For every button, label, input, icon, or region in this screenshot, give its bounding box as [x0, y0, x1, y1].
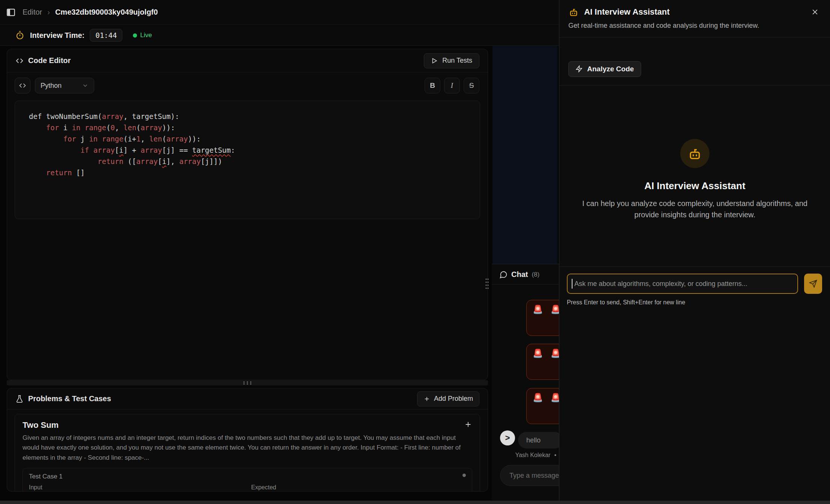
video-area	[493, 46, 557, 264]
lightning-icon	[575, 65, 583, 72]
bot-avatar-circle	[680, 139, 709, 168]
sender-dot: •	[554, 452, 556, 458]
chevron-down-icon	[82, 82, 89, 89]
ai-input-wrap	[567, 274, 798, 294]
breadcrumb-editor[interactable]: Editor	[23, 8, 42, 17]
chat-message-bubble: hello	[518, 432, 563, 448]
problem-description: Given an array of integers nums and an i…	[23, 433, 472, 463]
close-icon[interactable]	[809, 6, 821, 18]
window-bottom-edge	[0, 501, 830, 504]
code-mode-button[interactable]	[15, 78, 30, 93]
code-line: for i in range(0, len(array)):	[29, 122, 480, 133]
siren-emoji: 🚨	[533, 394, 543, 424]
chat-title: Chat	[511, 270, 528, 279]
avatar: >	[500, 430, 515, 445]
code-editor-header: Code Editor Run Tests	[7, 49, 488, 72]
ai-panel-header: AI Interview Assistant Get real-time ass…	[559, 0, 830, 38]
problems-panel: Problems & Test Cases Add Problem Two Su…	[7, 388, 488, 492]
horizontal-resize-handle[interactable]	[7, 380, 488, 385]
plus-icon	[423, 396, 430, 402]
analyze-code-label: Analyze Code	[587, 65, 634, 73]
panel-left-icon	[6, 8, 16, 17]
breadcrumb-separator: ›	[47, 8, 50, 17]
siren-emoji: 🚨	[533, 349, 543, 379]
siren-emoji: 🚨	[533, 305, 543, 335]
code-line: if array[i] + array[j] == targetSum:	[29, 144, 480, 156]
drag-dots-icon	[243, 381, 252, 385]
add-problem-button[interactable]: Add Problem	[417, 391, 479, 406]
input-label: Input	[29, 484, 244, 491]
bot-icon	[568, 7, 579, 17]
test-case-card: Test Case 1 Input Expected	[23, 468, 472, 492]
sender-name: Yash Kolekar	[515, 452, 550, 458]
code-line: def twoNumberSum(array, targetSum):	[29, 111, 480, 122]
problem-title: Two Sum	[23, 420, 59, 430]
top-bar: Editor › Cme32dbt90003ky049ujolgf0	[0, 0, 559, 25]
send-button[interactable]	[804, 274, 822, 294]
problems-title: Problems & Test Cases	[28, 394, 111, 403]
play-icon	[431, 57, 438, 64]
test-case-input-col: Input	[29, 484, 244, 492]
text-caret	[572, 279, 572, 289]
problems-title-wrap: Problems & Test Cases	[15, 394, 111, 403]
editor-toolbar: Python B I S	[7, 72, 488, 93]
ai-panel-subtitle: Get real-time assistance and code analys…	[568, 22, 821, 30]
ai-toolbar: Analyze Code	[559, 38, 830, 86]
language-select[interactable]: Python	[35, 78, 94, 93]
add-test-case-icon[interactable]	[464, 420, 472, 429]
ai-assistant-panel: AI Interview Assistant Get real-time ass…	[559, 0, 830, 504]
test-case-title: Test Case 1	[29, 473, 466, 480]
vertical-resize-handle[interactable]	[485, 278, 489, 290]
bold-button[interactable]: B	[425, 78, 440, 93]
problem-card: Two Sum Given an array of integers nums …	[15, 414, 480, 492]
test-case-grid: Input Expected	[29, 484, 466, 492]
test-case-expected-col: Expected	[251, 484, 466, 492]
ai-input-section: Press Enter to send, Shift+Enter for new…	[559, 266, 830, 267]
ai-empty-title: AI Interview Assistant	[644, 180, 745, 192]
ai-input-hint: Press Enter to send, Shift+Enter for new…	[567, 299, 685, 306]
format-button-group: B I S	[425, 78, 479, 93]
code-icon	[15, 57, 24, 65]
breadcrumb: Editor › Cme32dbt90003ky049ujolgf0	[23, 8, 158, 17]
italic-button[interactable]: I	[444, 78, 460, 93]
expected-label: Expected	[251, 484, 466, 491]
ai-empty-description: I can help you analyze code complexity, …	[575, 198, 815, 220]
code-editor-panel: Code Editor Run Tests Python	[7, 49, 488, 380]
strikethrough-button[interactable]: S	[464, 78, 479, 93]
code-editor-title-wrap: Code Editor	[15, 56, 71, 65]
code-line: return []	[29, 167, 480, 178]
add-problem-label: Add Problem	[434, 395, 473, 403]
code-line: return ([array[i], array[j]])	[29, 156, 480, 167]
interview-app: Editor › Cme32dbt90003ky049ujolgf0 Inter…	[0, 0, 830, 504]
drag-dots-icon	[485, 278, 489, 290]
chat-message-count: (8)	[532, 271, 539, 278]
ai-header-row: AI Interview Assistant	[568, 7, 821, 17]
analyze-code-button[interactable]: Analyze Code	[568, 61, 641, 77]
bot-icon	[687, 146, 702, 161]
problem-title-row: Two Sum	[23, 420, 472, 430]
code-icon	[19, 82, 26, 89]
ai-question-input[interactable]	[567, 274, 798, 294]
code-content[interactable]: def twoNumberSum(array, targetSum): for …	[15, 101, 480, 219]
live-status: Live	[133, 32, 152, 39]
test-case-status-dot	[462, 474, 466, 477]
chat-message-sender: Yash Kolekar•	[492, 452, 556, 459]
live-label: Live	[140, 32, 152, 39]
flask-icon	[15, 395, 24, 403]
breadcrumb-session-id: Cme32dbt90003ky049ujolgf0	[55, 8, 158, 17]
sidebar-toggle-button[interactable]	[4, 5, 18, 20]
ai-empty-state: AI Interview Assistant I can help you an…	[559, 139, 830, 220]
chat-bubble-icon	[499, 271, 508, 279]
run-tests-button[interactable]: Run Tests	[424, 53, 479, 68]
interview-time-label: Interview Time:	[30, 31, 84, 40]
chat-panel: Chat (8) 🚨🚨🚨🚨🚨🚨 > hello Yash Kolekar•	[492, 264, 559, 504]
code-line: for j in range(i+1, len(array)):	[29, 133, 480, 144]
problems-header: Problems & Test Cases Add Problem	[7, 388, 488, 409]
stopwatch-icon	[15, 30, 25, 40]
interview-timer-bar: Interview Time: 01:44 Live	[0, 25, 559, 46]
chat-message-input[interactable]	[500, 465, 568, 486]
run-tests-label: Run Tests	[442, 57, 472, 65]
chat-header: Chat (8)	[492, 264, 559, 284]
interview-timer-value: 01:44	[90, 29, 122, 42]
code-editor-title: Code Editor	[28, 56, 71, 65]
